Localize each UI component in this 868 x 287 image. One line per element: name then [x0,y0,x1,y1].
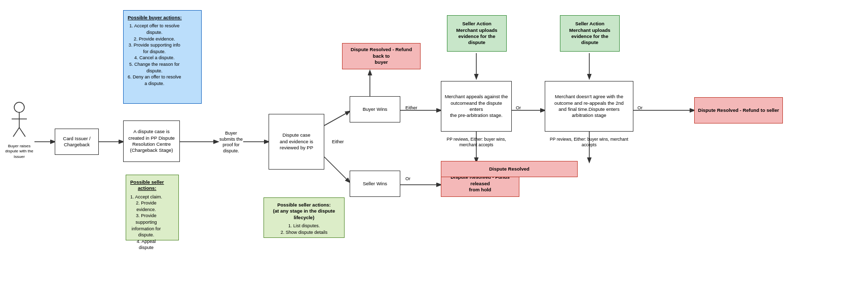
diagram: Buyer raises dispute with the Issuer Car… [0,0,868,287]
buyer-wins-text: Buyer Wins [363,106,388,112]
or-label-2: Or [516,105,521,110]
arbitration-text: Merchant doesn't agree with the outcome … [554,94,624,118]
evidence-reviewed-box: Dispute case and evidence is reviewed by… [269,114,324,170]
seller-action-2-text: Seller Action Merchant uploads evidence … [569,21,610,46]
svg-line-4 [324,111,350,126]
pre-arbitration-box: Merchant appeals against the outcomeand … [441,81,512,132]
pre-arbitration-text: Merchant appeals against the outcomeand … [443,94,509,118]
svg-point-15 [14,102,24,112]
buyer-wins-box: Buyer Wins [350,96,400,122]
dispute-resolved-funds-text: Dispute Resolved - Funds released from h… [443,174,517,193]
buyer-actions-title: Possible buyer actions: [128,15,182,21]
arbitration-box: Merchant doesn't agree with the outcome … [545,81,633,132]
dispute-case-text: A dispute case is created in PP Dispute … [128,129,175,153]
dispute-resolved-refund-box: Dispute Resolved - Refund back to buyer [342,43,421,69]
svg-line-5 [324,157,350,182]
buyer-actions-text: 1. Accept offer to resolve dispute. 2. P… [128,23,181,87]
pp-reviews-2: PP reviews, Either: buyer wins, merchant… [545,137,633,148]
possible-buyer-actions-box: Possible buyer actions: 1. Accept offer … [123,10,202,104]
stick-figure: Buyer raises dispute with the Issuer [4,101,34,159]
or-label-1: Or [405,176,410,181]
seller-action-1-text: Seller Action Merchant uploads evidence … [456,21,497,46]
dispute-resolved-seller-box: Dispute Resolved - Refund to seller [694,97,783,124]
card-issuer-box: Card Issuer / Chargeback [55,129,99,155]
dispute-case-box: A dispute case is created in PP Dispute … [123,120,180,162]
buyer-submits-label: Buyer submits the proof for dispute. [218,131,244,154]
possible-seller-actions2-box: Possible seller actions: (at any stage i… [263,197,345,238]
seller-actions2-text: 1. List disputes. 2. Show dispute detail… [268,223,340,235]
buyer-label: Buyer raises dispute with the Issuer [4,144,34,159]
dispute-resolved-seller-text: Dispute Resolved - Refund to seller [698,107,779,113]
pp-reviews-1: PP reviews, Either: buyer wins, merchant… [441,137,512,148]
svg-line-19 [19,128,25,137]
dispute-resolved-plain-box: Dispute Resolved [441,161,578,177]
possible-seller-actions-box: Possible seller actions: 1. Accept claim… [126,175,179,240]
seller-wins-text: Seller Wins [363,181,387,187]
seller-actions-text: 1. Accept claim. 2. Provide evidence. 3.… [130,194,162,251]
dispute-resolved-plain-text: Dispute Resolved [489,166,530,172]
seller-actions-title: Possible seller actions: [130,179,164,192]
either-label-1: Either [332,139,344,144]
svg-line-18 [13,128,19,137]
either-label-2: Either [405,105,418,110]
seller-action-1-box: Seller Action Merchant uploads evidence … [447,15,507,52]
or-label-3: Or [637,105,643,110]
seller-actions2-title: Possible seller actions: (at any stage i… [268,202,340,221]
seller-action-2-box: Seller Action Merchant uploads evidence … [560,15,620,52]
seller-wins-box: Seller Wins [350,171,400,197]
evidence-reviewed-text: Dispute case and evidence is reviewed by… [280,132,313,151]
card-issuer-text: Card Issuer / Chargeback [63,136,90,148]
dispute-resolved-refund-text: Dispute Resolved - Refund back to buyer [345,47,418,65]
